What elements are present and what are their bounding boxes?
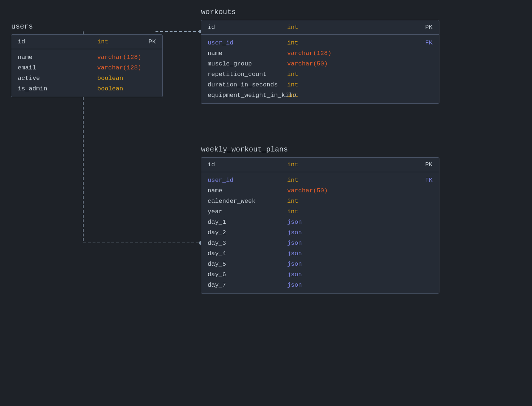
table-users-body: namevarchar(128)emailvarchar(128)activeb… [11,49,162,97]
table-row: day_1json [201,217,439,227]
table-weekly-body: user_idintFKnamevarchar(50)calender_week… [201,172,439,293]
weekly_workout_plans-row-4-name: day_1 [208,219,287,226]
users-row-2-name: active [18,75,97,82]
workouts-row-1-type: varchar(128) [287,50,418,57]
table-row: user_idintFK [201,175,439,185]
workouts-row-2-name: muscle_group [208,60,287,67]
users-id-key: PK [141,38,156,45]
table-row: day_3json [201,238,439,248]
table-row: activeboolean [11,73,162,84]
weekly_workout_plans-row-5-name: day_2 [208,229,287,236]
table-row: day_4json [201,248,439,259]
table-users-title: users [11,22,33,31]
users-row-2-type: boolean [97,75,141,82]
workouts-row-4-type: int [287,81,418,88]
weekly_workout_plans-row-3-type: int [287,208,418,215]
weekly_workout_plans-row-9-name: day_6 [208,271,287,278]
weekly_workout_plans-row-0-key: FK [418,177,433,184]
diagram-canvas: users id int PK namevarchar(128)emailvar… [0,0,532,406]
weekly_workout_plans-row-4-type: json [287,219,418,226]
table-users: users id int PK namevarchar(128)emailvar… [11,34,163,97]
table-row: yearint [201,206,439,217]
workouts-row-3-name: repetition_count [208,71,287,78]
workouts-id-name: id [208,24,287,31]
workouts-row-4-name: duration_in_seconds [208,81,287,88]
users-row-3-name: is_admin [18,85,97,92]
table-row: day_5json [201,259,439,269]
users-row-0-type: varchar(128) [97,54,141,61]
weekly_workout_plans-row-6-name: day_3 [208,240,287,247]
table-row: user_idintFK [201,38,439,48]
table-weekly: weekly_workout_plans id int PK user_idin… [201,157,439,294]
table-workouts-pk-row: id int PK [201,20,439,35]
users-id-type: int [97,38,141,45]
table-users-pk-row: id int PK [11,35,162,49]
table-row: namevarchar(50) [201,185,439,196]
workouts-row-5-name: equipment_weight_in_kilo [208,92,287,99]
workouts-row-1-name: name [208,50,287,57]
weekly_workout_plans-row-7-name: day_4 [208,250,287,257]
workouts-id-key: PK [418,24,433,31]
weekly-id-name: id [208,161,287,168]
table-row: muscle_groupvarchar(50) [201,59,439,69]
weekly_workout_plans-row-8-type: json [287,261,418,268]
users-row-3-type: boolean [97,85,141,92]
table-row: day_7json [201,280,439,290]
table-weekly-title: weekly_workout_plans [201,145,288,154]
users-row-0-name: name [18,54,97,61]
table-workouts: workouts id int PK user_idintFKnamevarch… [201,20,439,104]
weekly_workout_plans-row-2-type: int [287,198,418,205]
table-workouts-title: workouts [201,8,236,16]
table-row: is_adminboolean [11,84,162,94]
workouts-row-5-type: int [287,92,418,99]
table-row: duration_in_secondsint [201,80,439,90]
table-weekly-pk-row: id int PK [201,158,439,172]
workouts-row-0-key: FK [418,39,433,46]
weekly_workout_plans-row-1-type: varchar(50) [287,187,418,194]
weekly_workout_plans-row-1-name: name [208,187,287,194]
table-row: equipment_weight_in_kiloint [201,90,439,101]
table-row: namevarchar(128) [201,48,439,59]
weekly_workout_plans-row-3-name: year [208,208,287,215]
workouts-row-2-type: varchar(50) [287,60,418,67]
weekly_workout_plans-row-8-name: day_5 [208,261,287,268]
users-id-name: id [18,38,97,45]
table-row: repetition_countint [201,69,439,80]
workouts-id-type: int [287,24,418,31]
workouts-row-3-type: int [287,71,418,78]
workouts-row-0-type: int [287,39,418,46]
weekly_workout_plans-row-2-name: calender_week [208,198,287,205]
table-row: calender_weekint [201,196,439,206]
weekly_workout_plans-row-5-type: json [287,229,418,236]
weekly-id-type: int [287,161,418,168]
table-row: day_6json [201,269,439,280]
weekly_workout_plans-row-9-type: json [287,271,418,278]
weekly_workout_plans-row-6-type: json [287,240,418,247]
users-row-1-name: email [18,64,97,71]
table-row: day_2json [201,227,439,238]
weekly-id-key: PK [418,161,433,168]
table-workouts-body: user_idintFKnamevarchar(128)muscle_group… [201,35,439,103]
weekly_workout_plans-row-10-type: json [287,282,418,289]
weekly_workout_plans-row-10-name: day_7 [208,282,287,289]
users-row-1-type: varchar(128) [97,64,141,71]
weekly_workout_plans-row-0-name: user_id [208,177,287,184]
weekly_workout_plans-row-7-type: json [287,250,418,257]
weekly_workout_plans-row-0-type: int [287,177,418,184]
workouts-row-0-name: user_id [208,39,287,46]
table-row: namevarchar(128) [11,52,162,63]
table-row: emailvarchar(128) [11,63,162,73]
